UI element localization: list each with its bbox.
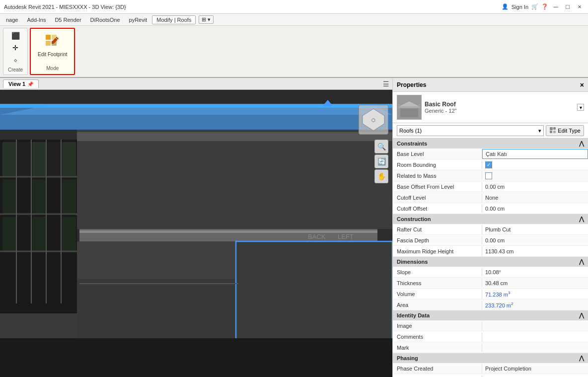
base-offset-label: Base Offset From Level — [393, 182, 482, 191]
menu-pyrevit[interactable]: pyRevit — [125, 16, 151, 24]
menu-d5render[interactable]: D5 Render — [51, 16, 85, 24]
svg-rect-57 — [553, 131, 556, 133]
related-to-mass-value[interactable] — [482, 171, 588, 181]
prop-base-offset: Base Offset From Level 0.00 cm — [393, 181, 588, 192]
room-bounding-label: Room Bounding — [393, 160, 482, 169]
section-dimensions-label: Dimensions — [397, 259, 428, 265]
base-level-label: Base Level — [393, 150, 482, 158]
volume-value: 71.238 m3 — [482, 289, 588, 299]
menu-addins[interactable]: Add-Ins — [23, 16, 50, 24]
related-to-mass-checkbox[interactable] — [485, 172, 492, 179]
svg-rect-56 — [550, 131, 552, 133]
create-btn-3[interactable]: ⬦ — [9, 54, 22, 65]
section-dimensions-collapse[interactable]: ⋀ — [579, 258, 584, 265]
prop-phase-created: Phase Created Project Completion — [393, 363, 588, 374]
area-value: 233.720 m2 — [482, 300, 588, 310]
edit-type-label: Edit Type — [558, 128, 581, 134]
type-dropdown-btn[interactable]: ▾ — [577, 104, 584, 111]
create-btn-1[interactable]: ⬛ — [9, 30, 22, 41]
properties-panel: Properties × Basic Roof Generic - 12" ▾ — [392, 78, 588, 377]
section-dimensions: Dimensions ⋀ — [393, 257, 588, 267]
view-tab-view1[interactable]: View 1 📌 — [3, 79, 39, 88]
section-identity-collapse[interactable]: ⋀ — [579, 312, 584, 319]
menu-diroots[interactable]: DiRootsOne — [86, 16, 124, 24]
modify-icon: ⬛ — [11, 31, 20, 40]
section-construction-collapse[interactable]: ⋀ — [579, 216, 584, 223]
properties-close-icon[interactable]: × — [580, 81, 584, 89]
room-bounding-value[interactable]: ✓ — [482, 160, 588, 170]
svg-rect-15 — [32, 142, 46, 177]
thickness-value: 30.48 cm — [482, 279, 588, 288]
section-identity-label: Identity Data — [397, 312, 430, 318]
type-info: Basic Roof Generic - 12" — [425, 101, 574, 114]
close-btn[interactable]: × — [575, 2, 584, 11]
edit-footprint-icon — [44, 33, 62, 51]
svg-rect-16 — [47, 142, 61, 177]
view-tab-bar: View 1 📌 ☰ — [0, 78, 392, 90]
prop-comments: Comments — [393, 331, 588, 342]
orbit-tool-btn[interactable]: 🔄 — [374, 154, 388, 168]
svg-rect-1 — [46, 41, 51, 46]
room-bounding-checkbox[interactable]: ✓ — [485, 161, 492, 168]
prop-room-bounding: Room Bounding ✓ — [393, 159, 588, 170]
title-bar-right: 👤 Sign In 🛒 ❓ ─ □ × — [502, 2, 584, 11]
svg-rect-20 — [32, 179, 46, 214]
svg-rect-38 — [79, 230, 377, 233]
svg-rect-19 — [17, 179, 31, 214]
slope-value: 10.08° — [482, 268, 588, 277]
prop-base-level: Base Level Çatı Katı — [393, 149, 588, 159]
svg-rect-55 — [553, 127, 556, 130]
max-ridge-height-label: Maximum Ridge Height — [393, 247, 482, 256]
zoom-tool-btn[interactable]: 🔍 — [374, 140, 388, 153]
mode-group-label: Mode — [46, 66, 59, 71]
help-icon: ❓ — [541, 3, 548, 10]
svg-rect-51 — [400, 108, 418, 117]
rafter-cut-value: Plumb Cut — [482, 225, 588, 234]
cutoff-offset-value: 0.00 cm — [482, 204, 588, 213]
view-tab-pin: 📌 — [27, 81, 33, 87]
create-small-btns: ⬛ ✛ ⬦ — [9, 30, 22, 65]
base-level-value[interactable]: Çatı Katı — [482, 149, 588, 159]
view-tab-label: View 1 — [8, 81, 25, 87]
svg-rect-9 — [0, 104, 392, 108]
pan-tool-btn[interactable]: ✋ — [374, 169, 388, 183]
related-to-mass-label: Related to Mass — [393, 171, 482, 180]
view-panel-menu-icon[interactable]: ☰ — [383, 80, 389, 88]
comments-label: Comments — [393, 332, 482, 341]
svg-rect-17 — [62, 142, 76, 177]
image-label: Image — [393, 321, 482, 330]
section-phasing-collapse[interactable]: ⋀ — [579, 355, 584, 362]
svg-rect-40 — [77, 279, 236, 341]
svg-text:⬡: ⬡ — [371, 118, 375, 123]
area-label: Area — [393, 301, 482, 309]
maximize-btn[interactable]: □ — [563, 2, 572, 11]
section-constraints-label: Constraints — [397, 141, 427, 147]
filter-dropdown-icon: ▾ — [538, 128, 541, 134]
edit-type-btn[interactable]: Edit Type — [546, 125, 584, 136]
view-toggle-btn[interactable]: ⊞ ▾ — [199, 15, 214, 24]
ribbon: ⬛ ✛ ⬦ Create — [0, 26, 588, 78]
svg-rect-54 — [550, 127, 553, 130]
properties-title: Properties — [397, 81, 426, 88]
edit-footprint-btn[interactable]: Edit Footprint — [36, 32, 69, 58]
nav-cube[interactable]: ⬡ — [359, 105, 388, 135]
cutoff-offset-label: Cutoff Offset — [393, 204, 482, 213]
comments-value — [482, 335, 588, 338]
svg-rect-23 — [2, 217, 16, 251]
type-selector: Basic Roof Generic - 12" ▾ — [393, 92, 588, 123]
filter-dropdown[interactable]: Roofs (1) ▾ — [397, 125, 544, 136]
minimize-btn[interactable]: ─ — [551, 2, 560, 11]
sign-in-label[interactable]: Sign In — [512, 4, 528, 10]
select-icon: ⬦ — [11, 55, 20, 64]
properties-header: Properties × — [393, 78, 588, 92]
ribbon-group-edit-footprint: Edit Footprint Mode — [30, 28, 75, 75]
menu-manage[interactable]: nage — [2, 16, 22, 24]
section-constraints-collapse[interactable]: ⋀ — [579, 140, 584, 147]
prop-phase-demolished: Phase Demolished None — [393, 374, 588, 377]
create-btn-2[interactable]: ✛ — [9, 42, 22, 53]
section-phasing: Phasing ⋀ — [393, 353, 588, 363]
menu-bar: nage Add-Ins D5 Render DiRootsOne pyRevi… — [0, 14, 588, 26]
view-canvas[interactable]: BACK LEFT ⬡ 🔍 🔄 ✋ — [0, 90, 392, 377]
menu-modify-roofs[interactable]: Modify | Roofs — [152, 15, 196, 24]
base-offset-value: 0.00 cm — [482, 182, 588, 191]
